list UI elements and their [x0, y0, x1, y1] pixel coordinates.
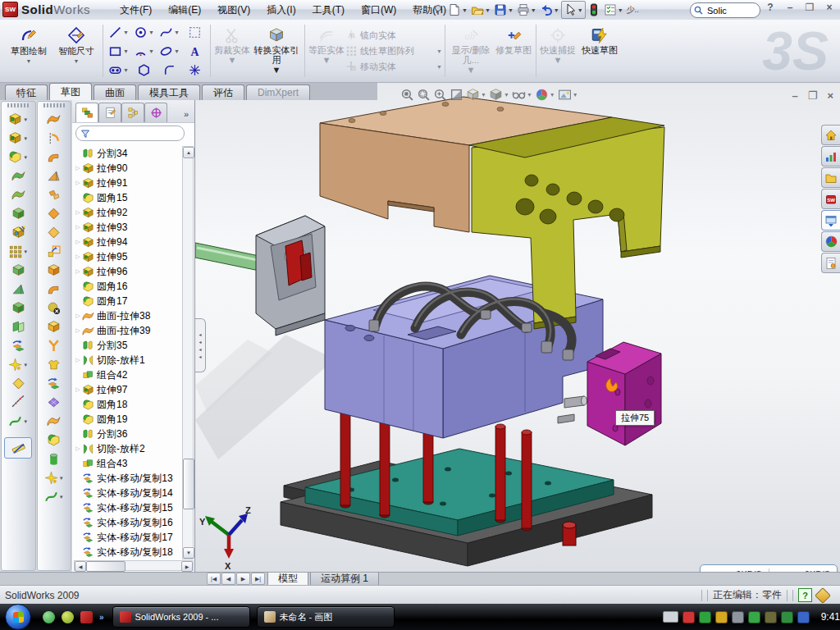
graphics-area[interactable]: Y Z X ▼▼▼▼▼ – ❐ × SW ◂◂◂◂ 拉伸75 ↓0KB/S ↑0… [195, 83, 840, 572]
tree-vertical-scrollbar[interactable]: ▲ ▼ [182, 146, 194, 559]
shell-button[interactable] [2, 299, 35, 317]
lofted-boss-button[interactable] [2, 185, 35, 204]
point-button[interactable] [182, 61, 208, 80]
messenger-icon[interactable] [43, 611, 55, 623]
boundary-boss-button[interactable] [2, 204, 35, 223]
tree-item-拉伸92[interactable]: ▷拉伸92 [74, 205, 182, 220]
tree-item-分割34[interactable]: 分割34 [74, 146, 182, 161]
shut-off-surface-button[interactable] [38, 299, 71, 317]
options-button[interactable]: ▼ [602, 2, 625, 18]
panel-splitter-handle[interactable]: ◂◂◂◂ [195, 318, 206, 372]
shield-lightning-icon[interactable] [699, 611, 711, 623]
last-button[interactable]: ▶| [251, 573, 265, 585]
prev-button[interactable]: ◀ [221, 573, 235, 585]
pattern-box-button[interactable] [182, 23, 208, 42]
line-button[interactable]: ▼ [106, 23, 131, 42]
tooling-split-button[interactable] [38, 317, 71, 336]
plane-button[interactable] [2, 374, 35, 393]
tree-item-圆角18[interactable]: 圆角18 [74, 397, 182, 412]
file-explorer-tab[interactable] [821, 210, 840, 231]
tree-item-切除-放样1[interactable]: ▷切除-放样1 [74, 353, 182, 368]
spline-button[interactable]: ▼ [157, 23, 182, 42]
badge-icon[interactable] [715, 611, 728, 623]
doc-restore-button[interactable]: ❐ [808, 89, 818, 102]
scroll-thumb[interactable] [183, 459, 194, 509]
first-button[interactable]: |◀ [207, 573, 221, 585]
view-orientation-button[interactable]: ▼ [466, 88, 486, 102]
rapid-sketch-button[interactable]: 快速草图 [577, 20, 623, 82]
restore-button[interactable]: ❐ [802, 2, 817, 13]
menu-item-0[interactable]: 文件(F) [112, 0, 160, 20]
reference-geometry-button[interactable]: ▼ [2, 355, 35, 374]
expand-arrow-icon[interactable]: ▷ [74, 253, 82, 260]
rectangle-button[interactable]: ▼ [106, 42, 131, 61]
expand-arrow-icon[interactable]: ▷ [74, 165, 82, 171]
custom-properties-tab[interactable] [821, 253, 840, 273]
quick-tips-icon[interactable]: ? [798, 588, 812, 602]
keyboard-icon[interactable] [663, 611, 678, 623]
manager-tabs-overflow[interactable]: » [184, 109, 193, 122]
split-line-button[interactable] [38, 129, 71, 148]
measure-button[interactable] [4, 437, 32, 459]
taskbar-button-SolidWorks 2009 - ...[interactable]: SolidWorks 2009 - ... [112, 606, 250, 628]
tab-曲面[interactable]: 曲面 [94, 84, 136, 100]
tree-horizontal-scrollbar[interactable]: ◀ ▶ [74, 560, 194, 571]
rebuild-button[interactable] [586, 2, 602, 18]
tree-item-拉伸93[interactable]: ▷拉伸93 [74, 220, 182, 235]
part-locating-pin[interactable] [563, 522, 576, 546]
home-tab[interactable] [821, 125, 840, 145]
hole-wizard-button[interactable] [2, 223, 35, 242]
part-insert-rod[interactable] [195, 243, 259, 271]
tree-item-曲面-拉伸38[interactable]: ▷曲面-拉伸38 [74, 308, 182, 323]
zoom-fit-button[interactable] [400, 88, 414, 102]
filled-surface-button[interactable] [38, 280, 71, 299]
expand-arrow-icon[interactable]: ▷ [74, 327, 82, 334]
ellipse-button[interactable]: ▼ [157, 42, 182, 61]
sketch-fillet-button[interactable] [157, 61, 182, 80]
slot-button[interactable]: ▼ [106, 61, 131, 80]
blocker-icon[interactable] [797, 611, 810, 623]
launcher-icon[interactable] [62, 611, 74, 623]
tree-item-切除-放样2[interactable]: ▷切除-放样2 [74, 441, 182, 456]
doc-close-button[interactable]: × [827, 89, 833, 102]
doc-tab-运动算例 1[interactable]: 运动算例 1 [310, 573, 379, 586]
appearances-button[interactable]: ▼ [535, 88, 555, 102]
toolbar-drag-handle[interactable] [43, 103, 65, 107]
knit-surface-button[interactable] [38, 261, 71, 280]
draft-analysis-button[interactable] [38, 167, 71, 185]
swept-boss-button[interactable] [2, 167, 35, 185]
tree-item-拉伸97[interactable]: ▷拉伸97 [74, 382, 182, 397]
doc-minimize-button[interactable]: – [792, 89, 798, 102]
fillet-button[interactable]: ▼ [2, 148, 35, 167]
tree-item-组合42[interactable]: 组合42 [74, 368, 182, 382]
toolbox-tab[interactable]: SW [821, 189, 840, 209]
rib-button[interactable] [2, 261, 35, 280]
radiate-surface-button[interactable] [38, 412, 71, 431]
draft-button[interactable] [2, 280, 35, 299]
tree-item-拉伸96[interactable]: ▷拉伸96 [74, 264, 182, 279]
menu-item-1[interactable]: 编辑(E) [160, 0, 209, 20]
part-cavity-block[interactable] [256, 216, 325, 336]
menu-item-4[interactable]: 工具(T) [304, 0, 353, 20]
tree-item-圆角17[interactable]: 圆角17 [74, 294, 182, 308]
tags-icon[interactable] [815, 587, 831, 604]
core-button[interactable] [38, 336, 71, 355]
open-button[interactable]: ▼ [469, 2, 492, 18]
circle-button[interactable]: ▼ [131, 23, 157, 42]
insert-mold-folders-button[interactable] [38, 393, 71, 412]
minimize-button[interactable]: – [783, 2, 797, 13]
tree-item-拉伸95[interactable]: ▷拉伸95 [74, 249, 182, 264]
move-face-button[interactable] [38, 374, 71, 393]
part-side-block[interactable] [587, 342, 661, 445]
expand-arrow-icon[interactable]: ▷ [74, 357, 82, 363]
parting-surface-button[interactable] [38, 204, 71, 223]
feature-manager-tab[interactable] [75, 103, 98, 122]
tree-item-拉伸91[interactable]: ▷拉伸91 [74, 176, 182, 190]
expand-arrow-icon[interactable]: ▷ [74, 445, 82, 452]
extruded-cut-button[interactable]: ▼ [2, 129, 35, 148]
move-body-button[interactable] [2, 336, 35, 355]
menu-item-2[interactable]: 视图(V) [209, 0, 258, 20]
tab-模具工具[interactable]: 模具工具 [138, 84, 200, 100]
cavity-button[interactable] [38, 355, 71, 374]
expand-arrow-icon[interactable]: ▷ [74, 386, 82, 393]
